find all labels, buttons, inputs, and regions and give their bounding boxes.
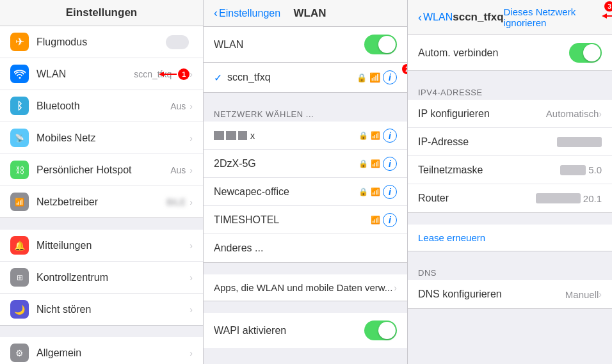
detail-title: sccn_tfxq	[453, 11, 503, 24]
router-values: 20.1	[536, 193, 602, 204]
wlan-back-button[interactable]: ‹ Einstellungen	[214, 6, 280, 20]
gap-wlan-2	[204, 93, 407, 104]
network-list-section: x 🔒 📶 i 2DzX-5G 🔒 📶 i Ne	[204, 122, 407, 263]
gap-1	[0, 218, 203, 230]
gray-boxes-network-name: x	[214, 131, 255, 141]
wapi-section: WAPI aktivieren	[204, 313, 407, 348]
flugmodus-toggle[interactable]	[166, 35, 189, 49]
allgemein-label: Allgemein	[36, 347, 189, 359]
autojoin-toggle[interactable]	[569, 43, 602, 63]
network-info-button[interactable]: i	[383, 70, 397, 84]
sidebar-item-mobiles-netz[interactable]: 📡 Mobiles Netz ›	[0, 122, 203, 154]
wapi-toggle[interactable]	[364, 320, 397, 340]
hotspot-chevron: ›	[189, 165, 193, 175]
flugmodus-label: Flugmodus	[36, 36, 166, 48]
nicht-stoeren-chevron: ›	[189, 305, 193, 315]
wlan-back-label: Einstellungen	[219, 8, 280, 19]
general-section: ⚙ Allgemein › AA Anzeige & Helligkeit › …	[0, 337, 203, 364]
mobiles-netz-chevron: ›	[189, 133, 193, 143]
sidebar-item-hotspot[interactable]: ⛓ Persönlicher Hotspot Aus ›	[0, 154, 203, 186]
gray-lock-icon: 🔒	[358, 131, 368, 140]
wapi-row: WAPI aktivieren	[204, 313, 407, 348]
arrow-badge-1: 1	[178, 68, 189, 80]
connected-network-section: ✓ sccn_tfxq 🔒 📶 i 2	[204, 63, 407, 93]
nicht-stoeren-label: Nicht stören	[36, 304, 189, 315]
kontrollzentrum-chevron: ›	[189, 273, 193, 283]
gray-box-3	[238, 131, 247, 140]
mitteilungen-icon: 🔔	[10, 236, 29, 255]
dns-config-row[interactable]: DNS konfigurieren Manuell ›	[408, 280, 612, 308]
network-2dzx-label: 2DzX-5G	[214, 158, 358, 170]
newcapec-wifi-icon: 📶	[371, 187, 380, 196]
network-item-newcapec[interactable]: Newcapec-office 🔒 📶 i	[204, 178, 407, 206]
router-value: 20.1	[583, 193, 602, 204]
flugmodus-icon: ✈	[10, 33, 29, 51]
lock-icon: 🔒	[357, 73, 367, 83]
network-item-gray[interactable]: x 🔒 📶 i	[204, 122, 407, 150]
gap-detail-2	[408, 213, 612, 225]
sidebar-item-mitteilungen[interactable]: 🔔 Mitteilungen ›	[0, 230, 203, 262]
mitteilungen-chevron: ›	[189, 241, 193, 251]
router-row: Router 20.1	[408, 184, 612, 212]
2dzx-info-button[interactable]: i	[383, 157, 397, 171]
gray-info-button[interactable]: i	[383, 129, 397, 143]
network-detail-column: ‹ WLAN sccn_tfxq Dieses Netzwerk ignorie…	[408, 0, 612, 364]
detail-back-chevron-icon: ‹	[418, 11, 422, 24]
wifi-signal-icon: 📶	[369, 72, 380, 83]
apps-label: Apps, die WLAN und mobile Daten verw...	[214, 282, 394, 293]
autojoin-section: Autom. verbinden	[408, 35, 612, 71]
gap-wlan-3	[204, 263, 407, 274]
wlan-toggle[interactable]	[364, 35, 397, 54]
apps-row[interactable]: Apps, die WLAN und mobile Daten verw... …	[204, 274, 407, 301]
network-item-anderes[interactable]: Anderes ...	[204, 234, 407, 262]
sidebar-item-flugmodus[interactable]: ✈ Flugmodus	[0, 26, 203, 58]
bluetooth-value: Aus	[170, 101, 186, 111]
dns-section-title: DNS	[408, 263, 612, 280]
svg-marker-3	[602, 13, 607, 19]
wapi-label: WAPI aktivieren	[214, 325, 364, 336]
network-detail-header: ‹ WLAN sccn_tfxq Dieses Netzwerk ignorie…	[408, 0, 612, 35]
ipv4-section-title: IPV4-ADRESSE	[408, 83, 612, 100]
detail-back-button[interactable]: ‹ WLAN	[418, 11, 453, 24]
wlan-title: WLAN	[280, 7, 339, 20]
sidebar-item-allgemein[interactable]: ⚙ Allgemein ›	[0, 337, 203, 364]
sidebar-item-netzbetreiber[interactable]: 📶 Netzbetreiber BILE ›	[0, 186, 203, 218]
gray-box-2	[226, 131, 236, 140]
dns-section: DNS konfigurieren Manuell ›	[408, 280, 612, 309]
connected-network-row[interactable]: ✓ sccn_tfxq 🔒 📶 i 2	[204, 63, 407, 92]
newcapec-info-button[interactable]: i	[383, 185, 397, 199]
ip-config-row[interactable]: IP konfigurieren Automatisch ›	[408, 100, 612, 128]
gap-detail-3	[408, 251, 612, 263]
wlan-toggle-row: WLAN	[204, 27, 407, 62]
network-item-timeshotel[interactable]: TIMESHOTEL 📶 i	[204, 206, 407, 234]
wlan-label: WLAN	[36, 68, 134, 80]
netzbetreiber-icon: 📶	[10, 193, 29, 211]
kontrollzentrum-label: Kontrollzentrum	[36, 272, 189, 283]
gap-detail-1	[408, 71, 612, 83]
settings-column: Einstellungen ✈ Flugmodus WLAN sccn_tfxq	[0, 0, 204, 364]
arrow-1-line	[159, 70, 178, 79]
subnet-label: Teilnetzmaske	[418, 164, 560, 176]
badge-3-annotation: 3	[604, 1, 612, 12]
ip-config-chevron: ›	[599, 109, 602, 119]
ipv4-section: IP konfigurieren Automatisch › IP-Adress…	[408, 100, 612, 213]
sidebar-item-bluetooth[interactable]: ᛒ Bluetooth Aus ›	[0, 90, 203, 122]
network-item-2dzx[interactable]: 2DzX-5G 🔒 📶 i	[204, 150, 407, 178]
system-section: 🔔 Mitteilungen › ⊞ Kontrollzentrum › 🌙 N…	[0, 230, 203, 326]
ignore-network-button[interactable]: Dieses Netzwerk ignorieren	[504, 6, 602, 28]
mobiles-netz-label: Mobiles Netz	[36, 132, 189, 144]
timeshotel-info-button[interactable]: i	[383, 213, 397, 227]
subnet-values: 5.0	[560, 164, 602, 175]
sidebar-item-nicht-stoeren[interactable]: 🌙 Nicht stören ›	[0, 294, 203, 325]
netzbetreiber-chevron: ›	[189, 197, 193, 207]
netzbetreiber-label: Netzbetreiber	[36, 196, 166, 208]
sidebar-item-wlan[interactable]: WLAN sccn_tfxq 1 ›	[0, 58, 203, 90]
network-timeshotel-label: TIMESHOTEL	[214, 214, 371, 226]
autojoin-label: Autom. verbinden	[418, 47, 569, 59]
lease-renew-button[interactable]: Lease erneuern	[408, 225, 612, 251]
sidebar-item-kontrollzentrum[interactable]: ⊞ Kontrollzentrum ›	[0, 262, 203, 294]
back-chevron-icon: ‹	[214, 6, 218, 20]
hotspot-label: Persönlicher Hotspot	[36, 164, 170, 176]
apps-chevron: ›	[394, 283, 397, 293]
mobiles-netz-icon: 📡	[10, 129, 29, 147]
